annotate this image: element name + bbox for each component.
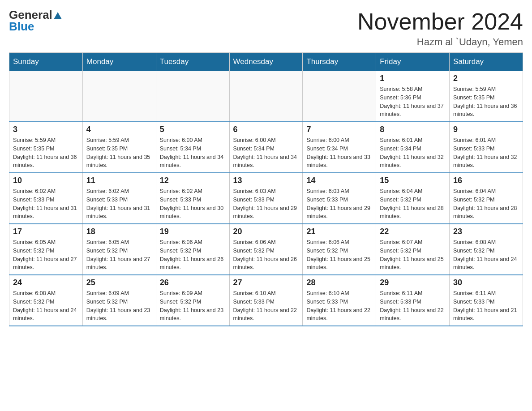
- day-info: Sunrise: 5:59 AMSunset: 5:35 PMDaylight:…: [86, 136, 152, 170]
- day-info: Sunrise: 6:02 AMSunset: 5:33 PMDaylight:…: [86, 187, 152, 221]
- day-info: Sunrise: 6:08 AMSunset: 5:32 PMDaylight:…: [13, 289, 79, 323]
- month-title: November 2024: [357, 9, 523, 34]
- day-header-monday: Monday: [82, 53, 156, 71]
- calendar-cell: 18Sunrise: 6:05 AMSunset: 5:32 PMDayligh…: [82, 224, 156, 275]
- calendar-cell: 11Sunrise: 6:02 AMSunset: 5:33 PMDayligh…: [82, 173, 156, 224]
- logo-general-text: General: [9, 9, 52, 21]
- calendar-cell: 29Sunrise: 6:11 AMSunset: 5:33 PMDayligh…: [376, 275, 450, 326]
- day-info: Sunrise: 6:06 AMSunset: 5:32 PMDaylight:…: [306, 238, 372, 272]
- day-info: Sunrise: 6:00 AMSunset: 5:34 PMDaylight:…: [160, 136, 226, 170]
- day-header-thursday: Thursday: [303, 53, 376, 71]
- day-number: 15: [380, 176, 446, 185]
- day-info: Sunrise: 6:04 AMSunset: 5:32 PMDaylight:…: [380, 187, 446, 221]
- calendar-cell: 19Sunrise: 6:06 AMSunset: 5:32 PMDayligh…: [156, 224, 229, 275]
- day-info: Sunrise: 5:59 AMSunset: 5:35 PMDaylight:…: [453, 85, 519, 119]
- logo: General Blue: [9, 9, 62, 32]
- calendar-cell: 25Sunrise: 6:09 AMSunset: 5:32 PMDayligh…: [82, 275, 156, 326]
- calendar-cell: 14Sunrise: 6:03 AMSunset: 5:33 PMDayligh…: [303, 173, 376, 224]
- day-number: 14: [306, 176, 372, 185]
- calendar-cell: [82, 71, 156, 122]
- calendar-cell: 3Sunrise: 5:59 AMSunset: 5:35 PMDaylight…: [9, 122, 83, 173]
- day-info: Sunrise: 6:03 AMSunset: 5:33 PMDaylight:…: [233, 187, 299, 221]
- calendar-cell: [229, 71, 303, 122]
- calendar-cell: 28Sunrise: 6:10 AMSunset: 5:33 PMDayligh…: [303, 275, 376, 326]
- day-number: 1: [380, 74, 446, 83]
- calendar-cell: 17Sunrise: 6:05 AMSunset: 5:32 PMDayligh…: [9, 224, 83, 275]
- day-info: Sunrise: 6:11 AMSunset: 5:33 PMDaylight:…: [453, 289, 519, 323]
- day-header-sunday: Sunday: [9, 53, 83, 71]
- calendar-week-4: 17Sunrise: 6:05 AMSunset: 5:32 PMDayligh…: [9, 224, 523, 275]
- day-number: 27: [233, 278, 299, 287]
- day-info: Sunrise: 6:02 AMSunset: 5:33 PMDaylight:…: [160, 187, 226, 221]
- calendar-cell: 23Sunrise: 6:08 AMSunset: 5:32 PMDayligh…: [450, 224, 523, 275]
- calendar-cell: 20Sunrise: 6:06 AMSunset: 5:32 PMDayligh…: [229, 224, 303, 275]
- calendar-cell: 8Sunrise: 6:01 AMSunset: 5:34 PMDaylight…: [376, 122, 450, 173]
- day-number: 22: [380, 227, 446, 236]
- calendar-cell: 26Sunrise: 6:09 AMSunset: 5:32 PMDayligh…: [156, 275, 229, 326]
- day-number: 20: [233, 227, 299, 236]
- day-number: 17: [13, 227, 79, 236]
- day-number: 16: [453, 176, 519, 185]
- day-info: Sunrise: 6:00 AMSunset: 5:34 PMDaylight:…: [233, 136, 299, 170]
- day-info: Sunrise: 6:11 AMSunset: 5:33 PMDaylight:…: [380, 289, 446, 323]
- day-number: 13: [233, 176, 299, 185]
- calendar-header-row: SundayMondayTuesdayWednesdayThursdayFrid…: [9, 53, 523, 71]
- day-info: Sunrise: 6:05 AMSunset: 5:32 PMDaylight:…: [86, 238, 152, 272]
- calendar-cell: 13Sunrise: 6:03 AMSunset: 5:33 PMDayligh…: [229, 173, 303, 224]
- day-number: 9: [453, 125, 519, 134]
- day-number: 11: [86, 176, 152, 185]
- day-info: Sunrise: 6:05 AMSunset: 5:32 PMDaylight:…: [13, 238, 79, 272]
- calendar-cell: 27Sunrise: 6:10 AMSunset: 5:33 PMDayligh…: [229, 275, 303, 326]
- calendar-cell: 6Sunrise: 6:00 AMSunset: 5:34 PMDaylight…: [229, 122, 303, 173]
- day-info: Sunrise: 6:02 AMSunset: 5:33 PMDaylight:…: [13, 187, 79, 221]
- day-number: 7: [306, 125, 372, 134]
- calendar-cell: 15Sunrise: 6:04 AMSunset: 5:32 PMDayligh…: [376, 173, 450, 224]
- day-header-tuesday: Tuesday: [156, 53, 229, 71]
- header: General Blue November 2024 Hazm al `Uday…: [9, 9, 523, 48]
- day-info: Sunrise: 6:10 AMSunset: 5:33 PMDaylight:…: [306, 289, 372, 323]
- day-number: 6: [233, 125, 299, 134]
- day-info: Sunrise: 5:59 AMSunset: 5:35 PMDaylight:…: [13, 136, 79, 170]
- calendar-cell: 30Sunrise: 6:11 AMSunset: 5:33 PMDayligh…: [450, 275, 523, 326]
- day-number: 8: [380, 125, 446, 134]
- day-info: Sunrise: 5:58 AMSunset: 5:36 PMDaylight:…: [380, 85, 446, 119]
- day-info: Sunrise: 6:00 AMSunset: 5:34 PMDaylight:…: [306, 136, 372, 170]
- day-number: 18: [86, 227, 152, 236]
- day-number: 24: [13, 278, 79, 287]
- day-header-saturday: Saturday: [450, 53, 523, 71]
- calendar-cell: 1Sunrise: 5:58 AMSunset: 5:36 PMDaylight…: [376, 71, 450, 122]
- day-info: Sunrise: 6:07 AMSunset: 5:32 PMDaylight:…: [380, 238, 446, 272]
- logo-blue-text: Blue: [9, 21, 34, 32]
- calendar-cell: 12Sunrise: 6:02 AMSunset: 5:33 PMDayligh…: [156, 173, 229, 224]
- day-number: 2: [453, 74, 519, 83]
- calendar-cell: 16Sunrise: 6:04 AMSunset: 5:32 PMDayligh…: [450, 173, 523, 224]
- calendar-cell: [303, 71, 376, 122]
- location-title: Hazm al `Udayn, Yemen: [357, 36, 523, 48]
- day-number: 26: [160, 278, 226, 287]
- title-section: November 2024 Hazm al `Udayn, Yemen: [357, 9, 523, 48]
- day-number: 19: [160, 227, 226, 236]
- calendar-cell: 22Sunrise: 6:07 AMSunset: 5:32 PMDayligh…: [376, 224, 450, 275]
- day-number: 23: [453, 227, 519, 236]
- calendar-week-2: 3Sunrise: 5:59 AMSunset: 5:35 PMDaylight…: [9, 122, 523, 173]
- day-info: Sunrise: 6:01 AMSunset: 5:33 PMDaylight:…: [453, 136, 519, 170]
- day-header-friday: Friday: [376, 53, 450, 71]
- calendar-cell: 21Sunrise: 6:06 AMSunset: 5:32 PMDayligh…: [303, 224, 376, 275]
- calendar-week-5: 24Sunrise: 6:08 AMSunset: 5:32 PMDayligh…: [9, 275, 523, 326]
- calendar-cell: 5Sunrise: 6:00 AMSunset: 5:34 PMDaylight…: [156, 122, 229, 173]
- calendar: SundayMondayTuesdayWednesdayThursdayFrid…: [9, 52, 523, 326]
- calendar-week-1: 1Sunrise: 5:58 AMSunset: 5:36 PMDaylight…: [9, 71, 523, 122]
- calendar-cell: 24Sunrise: 6:08 AMSunset: 5:32 PMDayligh…: [9, 275, 83, 326]
- calendar-cell: 4Sunrise: 5:59 AMSunset: 5:35 PMDaylight…: [82, 122, 156, 173]
- day-number: 28: [306, 278, 372, 287]
- day-number: 12: [160, 176, 226, 185]
- day-info: Sunrise: 6:04 AMSunset: 5:32 PMDaylight:…: [453, 187, 519, 221]
- calendar-cell: [156, 71, 229, 122]
- day-info: Sunrise: 6:06 AMSunset: 5:32 PMDaylight:…: [233, 238, 299, 272]
- calendar-cell: 9Sunrise: 6:01 AMSunset: 5:33 PMDaylight…: [450, 122, 523, 173]
- calendar-cell: [9, 71, 83, 122]
- day-info: Sunrise: 6:09 AMSunset: 5:32 PMDaylight:…: [160, 289, 226, 323]
- day-number: 3: [13, 125, 79, 134]
- day-info: Sunrise: 6:08 AMSunset: 5:32 PMDaylight:…: [453, 238, 519, 272]
- day-number: 5: [160, 125, 226, 134]
